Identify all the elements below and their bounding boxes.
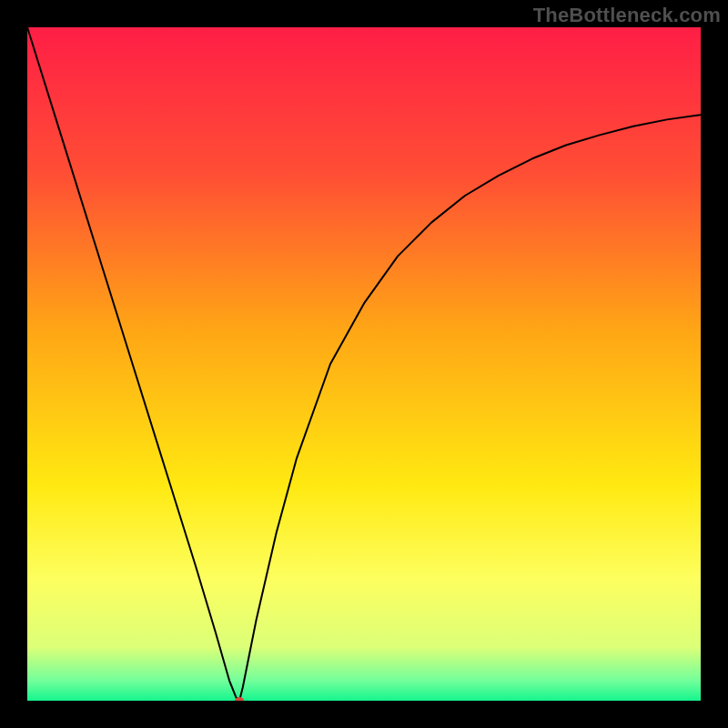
chart-frame: TheBottleneck.com — [0, 0, 728, 728]
chart-svg — [27, 27, 701, 701]
plot-area — [27, 27, 701, 701]
watermark-text: TheBottleneck.com — [533, 4, 721, 27]
gradient-background — [27, 27, 701, 701]
